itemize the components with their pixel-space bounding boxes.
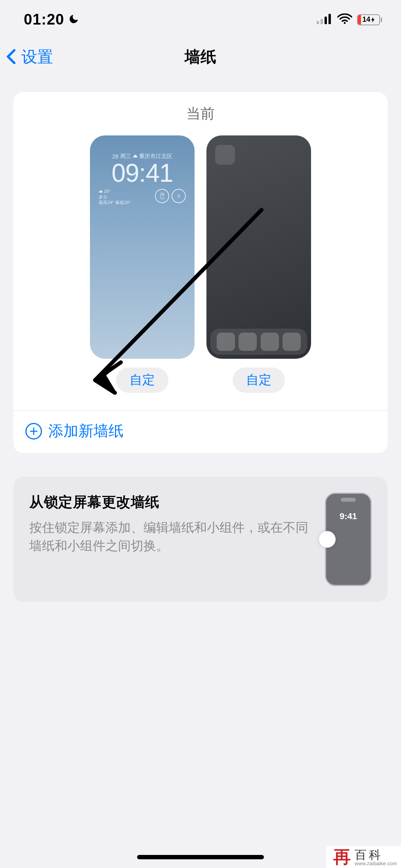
status-left: 01:20 (24, 11, 79, 28)
current-wallpaper-card: 当前 28 周三 重庆市江北区 09:41 (13, 92, 388, 453)
svg-rect-2 (325, 17, 327, 24)
lock-screen-col: 28 周三 重庆市江北区 09:41 19° 多云 最 (90, 135, 195, 393)
wifi-icon (337, 13, 352, 26)
nav-header: 设置 墙纸 (0, 37, 401, 76)
do-not-disturb-icon (68, 11, 79, 28)
watermark-logo: 再 (333, 849, 351, 866)
lock-time: 09:41 (90, 160, 195, 187)
aqi-ring: 26 AQI (155, 189, 169, 203)
tip-mini-time: 9:41 (326, 511, 370, 522)
secondary-ring: 0 (172, 189, 186, 203)
home-screen-col: 自定 (206, 135, 311, 393)
tip-title: 从锁定屏幕更改墙纸 (29, 493, 309, 512)
watermark-main: 百科 (355, 849, 397, 861)
lock-screen-preview[interactable]: 28 周三 重庆市江北区 09:41 19° 多云 最 (90, 135, 195, 359)
battery-icon: 14 (357, 14, 382, 25)
dock-icon (239, 333, 257, 351)
lock-dateline: 28 周三 重庆市江北区 (90, 153, 195, 160)
home-dock (210, 329, 307, 355)
dock-icon (283, 333, 301, 351)
cloud-mini-icon (99, 190, 103, 194)
back-button[interactable]: 设置 (2, 46, 53, 68)
customize-home-button[interactable]: 自定 (233, 367, 285, 393)
page-title: 墙纸 (185, 46, 216, 68)
battery-percent: 14 (362, 15, 370, 24)
svg-point-4 (344, 22, 346, 24)
dock-icon (217, 333, 235, 351)
status-time: 01:20 (24, 11, 64, 28)
dock-icon (261, 333, 279, 351)
add-new-wallpaper-button[interactable]: 添加新墙纸 (13, 411, 388, 453)
home-screen-preview[interactable] (206, 135, 311, 359)
home-app-icon (215, 145, 235, 165)
tip-illustration: 9:41 (323, 493, 374, 586)
cellular-icon (317, 14, 332, 26)
current-section-label: 当前 (13, 104, 388, 124)
watermark-url: www.zaibaike.com (355, 861, 397, 866)
watermark: 再 百科 www.zaibaike.com (326, 846, 401, 868)
tip-desc: 按住锁定屏幕添加、编辑墙纸和小组件，或在不同墙纸和小组件之间切换。 (29, 518, 309, 555)
svg-rect-3 (328, 14, 331, 24)
svg-rect-0 (317, 21, 319, 24)
chevron-left-icon (2, 47, 21, 66)
home-indicator[interactable] (137, 855, 264, 859)
lock-rings: 26 AQI 0 (155, 189, 186, 203)
status-right: 14 (317, 13, 382, 26)
status-bar: 01:20 14 (0, 0, 401, 33)
add-new-label: 添加新墙纸 (48, 421, 124, 441)
charging-bolt-icon (371, 17, 375, 23)
plus-circle-icon (25, 423, 42, 440)
back-label: 设置 (21, 46, 53, 68)
lockscreen-tip-card: 从锁定屏幕更改墙纸 按住锁定屏幕添加、编辑墙纸和小组件，或在不同墙纸和小组件之间… (13, 477, 388, 602)
lock-weather-widget: 19° 多云 最高24° 最低18° (99, 189, 130, 205)
wallpaper-previews: 28 周三 重庆市江北区 09:41 19° 多云 最 (13, 135, 388, 393)
finger-dot-icon (319, 531, 336, 548)
svg-rect-1 (321, 19, 323, 24)
customize-lock-button[interactable]: 自定 (116, 367, 168, 393)
cloud-icon (133, 154, 137, 159)
